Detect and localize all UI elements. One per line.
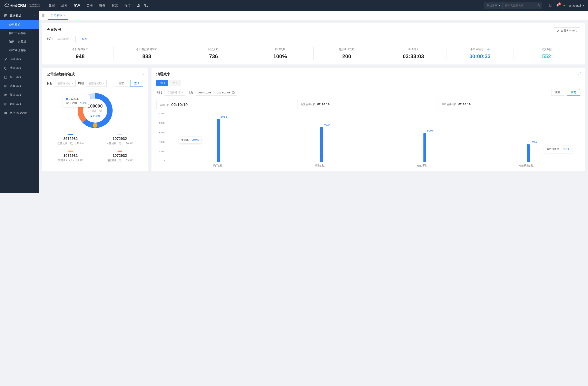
info-icon[interactable]: ⓘ <box>486 48 490 51</box>
legend-item-3: 1072932超额完成（元）|89.9% <box>96 151 143 162</box>
sidebar-icon <box>4 102 7 106</box>
legend-item-0: 8972932已完成量（元）|70.9% <box>47 134 94 145</box>
donut-center: 100000 目标总量（元） 已达成 <box>87 103 103 118</box>
kpi-6: 平均通话时长 ⓘ00:00:33 <box>447 47 513 60</box>
cloud-icon <box>4 3 9 8</box>
chevron-up-icon: ˄ <box>34 15 35 17</box>
dept-select[interactable]: 请选择部门▾ <box>165 89 185 96</box>
search-type-select[interactable]: 手机号码 ▾ <box>484 2 503 9</box>
search-button[interactable] <box>535 2 542 9</box>
kpi-2: 回访人数736 <box>180 47 247 60</box>
expand-icon[interactable]: ⛶ <box>578 72 581 75</box>
nav-item-5[interactable]: 运营 <box>112 4 118 8</box>
chevron-down-icon: ▾ <box>583 4 584 7</box>
stat-cell-2: 平均通话时长02:10:19 <box>439 100 580 109</box>
legend-item-1: 1072932未完成量（元）|20.9% <box>96 134 143 145</box>
sidebar-item-0[interactable]: 公司看板 <box>0 20 39 29</box>
query-button[interactable]: 查询 <box>130 80 143 87</box>
bar-3: 18000 <box>527 144 530 162</box>
notification-badge: 5 <box>558 2 561 5</box>
nav-item-4[interactable]: 财务 <box>99 4 105 8</box>
bar-chart: 50000400003000020000100000 4300035000290… <box>156 112 580 167</box>
tab-dept[interactable]: 部门 <box>156 80 168 86</box>
kpi-3: 拨打次数100% <box>247 47 314 60</box>
kpi-7: 成交单数552 <box>513 47 580 60</box>
svg-point-3 <box>550 6 550 7</box>
nav-item-3[interactable]: 公海 <box>86 4 93 8</box>
sidebar-icon <box>4 58 7 61</box>
logo-subtitle: 教育机构一站 式服务云平台 <box>28 3 41 8</box>
kpi-5: 通话时长03:33:03 <box>380 47 447 60</box>
sidebar-item-1[interactable]: 推广主管看板 <box>0 29 39 38</box>
sidebar-group-dashboard[interactable]: 数据看板 ˄ <box>0 11 39 20</box>
menu-toggle-icon[interactable]: ☰ <box>42 14 45 17</box>
svg-point-9 <box>93 123 98 128</box>
sidebar-link-6[interactable]: 数据流转记录 <box>0 109 39 117</box>
settings-metrics-button[interactable]: 设置显示指标 <box>554 27 580 34</box>
bar-0: 43000 <box>217 119 220 162</box>
header-right-icons: 5 <box>548 4 559 7</box>
nav-item-0[interactable]: 数据 <box>49 4 55 8</box>
sidebar-item-2[interactable]: 销售主管看板 <box>0 38 39 46</box>
user-menu[interactable]: manager11 ▾ <box>564 4 584 7</box>
add-user-icon[interactable] <box>137 4 141 7</box>
sidebar-link-4[interactable]: 渠道分析 <box>0 91 39 99</box>
comm-title: 沟通效率 <box>156 72 580 77</box>
nav-item-2[interactable]: 客户 <box>74 4 80 8</box>
nav-item-6[interactable]: 报名 <box>125 4 131 8</box>
mobile-icon[interactable] <box>548 4 552 7</box>
sidebar-icon <box>4 94 7 97</box>
phone-icon[interactable] <box>144 4 148 7</box>
tab-bar: ☰ 公司看板 ✕ <box>39 11 588 20</box>
stat-cell-1: 有效通话时长02:10:19 <box>298 100 439 109</box>
close-icon[interactable]: ✕ <box>63 14 65 17</box>
notification-bell[interactable]: 5 <box>556 4 559 7</box>
donut-chart: 1072932 所占比例：70.9% 100000 目标总量（元） <box>47 91 143 130</box>
target-select[interactable]: 请选择目标▾ <box>55 80 76 87</box>
main-nav: 数据线索客户公海财务运营报名 <box>49 4 131 8</box>
goal-title: 公司业绩目标达成 <box>47 72 143 77</box>
sidebar-link-2[interactable]: 推广分析 <box>0 73 39 82</box>
tab-person[interactable]: 个人 <box>169 80 181 86</box>
top-header: 云朵CRM 教育机构一站 式服务云平台 数据线索客户公海财务运营报名 手机号码 … <box>0 0 588 11</box>
chevron-down-icon: ▾ <box>72 38 73 40</box>
tooltip-effective-rate: 有效接通率：70.9% <box>544 146 572 153</box>
dept-select[interactable]: 请选择部门 ▾ <box>55 36 76 42</box>
kpi-4: 有效通话次数200 <box>314 47 380 60</box>
chevron-down-icon: ▾ <box>182 91 183 94</box>
today-data-card: 今日数据 部门 请选择部门 ▾ 查询 设置显示指标 <box>42 23 585 64</box>
query-button[interactable]: 查询 <box>78 36 91 42</box>
logo: 云朵CRM 教育机构一站 式服务云平台 <box>4 3 41 8</box>
logo-text: 云朵CRM <box>10 3 26 8</box>
period-select[interactable]: 请选择周期▾ <box>86 80 106 87</box>
main-content: ☰ 公司看板 ✕ 今日数据 部门 请选择部门 ▾ <box>39 11 588 193</box>
svg-point-1 <box>538 4 539 6</box>
expand-icon[interactable]: ⛶ <box>142 72 144 75</box>
reset-button[interactable]: 重置 <box>551 89 564 96</box>
sidebar-icon <box>4 84 7 88</box>
query-button[interactable]: 查询 <box>567 89 580 96</box>
sidebar-link-1[interactable]: 成本分析 <box>0 64 39 73</box>
svg-rect-10 <box>232 92 235 94</box>
sidebar: 数据看板 ˄ 公司看板推广主管看板销售主管看板客户经理看板 漏斗分析成本分析推广… <box>0 11 39 193</box>
search-input[interactable] <box>503 4 535 7</box>
bar-1: 35000 <box>320 127 323 162</box>
tab-company-dashboard[interactable]: 公司看板 ✕ <box>48 11 68 20</box>
sidebar-link-3[interactable]: 访客分析 <box>0 82 39 91</box>
date-range-picker[interactable]: 2018/01/08 至 2018/01/08 <box>196 89 237 96</box>
today-title: 今日数据 <box>47 27 91 32</box>
sidebar-link-5[interactable]: 销售分析 <box>0 99 39 109</box>
reset-button[interactable]: 重置 <box>115 80 128 87</box>
sidebar-item-3[interactable]: 客户经理看板 <box>0 46 39 55</box>
header-action-icons <box>137 4 148 7</box>
calendar-icon <box>232 91 235 94</box>
donut-tooltip: 1072932 所占比例：70.9% <box>63 95 90 107</box>
kpi-1: 今日有效首咨客户833 <box>113 47 180 60</box>
sidebar-link-0[interactable]: 漏斗分析 <box>0 55 39 64</box>
comm-efficiency-card: ⛶ 沟通效率 部门 个人 部门 请选择部门▾ 日期 2018/01/08 <box>151 68 585 171</box>
status-dot <box>564 5 565 6</box>
bar-2: 29000 <box>423 133 426 162</box>
status-achieved: 已达成 <box>87 114 103 118</box>
nav-item-1[interactable]: 线索 <box>61 4 67 8</box>
sidebar-icon <box>4 111 7 115</box>
